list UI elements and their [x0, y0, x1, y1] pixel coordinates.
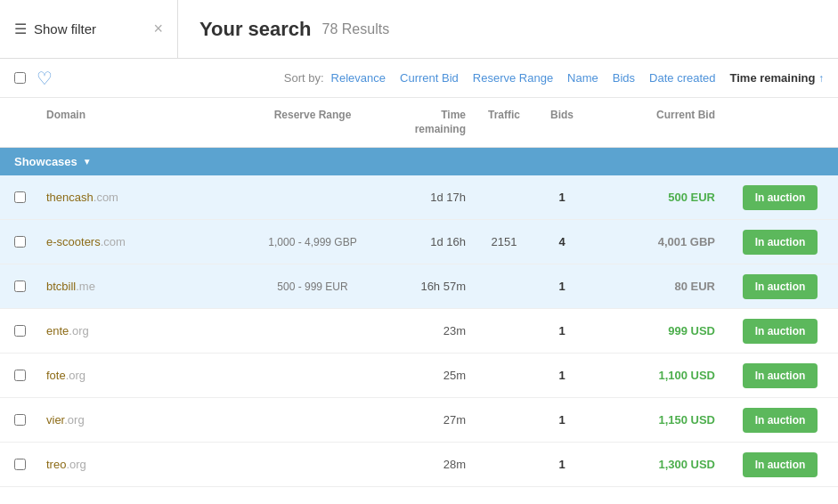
domain-link[interactable]: ente.org — [46, 324, 89, 337]
results-count: 78 Results — [322, 21, 390, 37]
row-time-remaining: 16h 57m — [384, 276, 473, 297]
in-auction-button[interactable]: In auction — [743, 319, 818, 344]
row-current-bid: 1,300 USD — [589, 454, 722, 475]
row-reserve-range — [241, 461, 384, 468]
row-traffic: 2151 — [473, 232, 535, 252]
row-checkbox[interactable] — [0, 459, 39, 470]
domain-link[interactable]: fote.org — [46, 369, 85, 382]
column-headers: Domain Reserve Range Time remaining Traf… — [0, 98, 838, 148]
row-checkbox[interactable] — [0, 191, 39, 203]
sort-date-created[interactable]: Date created — [649, 71, 715, 85]
row-domain: btcbill.me — [39, 272, 241, 300]
row-domain: thencash.com — [39, 183, 241, 211]
select-all-checkbox[interactable] — [14, 72, 26, 84]
row-bids: 1 — [535, 187, 589, 207]
row-action: In auction — [722, 404, 838, 436]
sort-reserve-range[interactable]: Reserve Range — [473, 71, 553, 85]
row-reserve-range — [241, 328, 384, 335]
row-action: In auction — [722, 315, 838, 347]
in-auction-button[interactable]: In auction — [743, 230, 818, 255]
row-bids: 1 — [535, 365, 589, 386]
row-checkbox[interactable] — [0, 414, 39, 426]
sort-bar: ♡ Sort by: Relevance Current Bid Reserve… — [0, 59, 838, 98]
favorites-icon[interactable]: ♡ — [37, 68, 53, 89]
in-auction-button[interactable]: In auction — [743, 185, 818, 210]
row-select-checkbox[interactable] — [14, 414, 26, 426]
row-reserve-range — [241, 194, 384, 201]
row-reserve-range: 1,000 - 4,999 GBP — [241, 232, 384, 252]
in-auction-button[interactable]: In auction — [743, 452, 818, 477]
in-auction-button[interactable]: In auction — [743, 363, 818, 388]
col-bids-header: Bids — [535, 105, 589, 140]
row-select-checkbox[interactable] — [14, 370, 26, 381]
row-current-bid: 4,001 GBP — [589, 232, 722, 252]
row-bids: 4 — [535, 232, 589, 252]
row-select-checkbox[interactable] — [14, 236, 26, 248]
row-bids: 1 — [535, 276, 589, 297]
domain-link[interactable]: vier.org — [46, 413, 85, 427]
row-checkbox[interactable] — [0, 280, 39, 292]
row-time-remaining: 27m — [384, 410, 473, 430]
in-auction-button[interactable]: In auction — [743, 274, 818, 299]
row-current-bid: 1,100 USD — [589, 365, 722, 386]
sort-time-remaining[interactable]: Time remaining ↑ — [730, 71, 824, 85]
close-filter-icon[interactable]: × — [153, 20, 163, 38]
row-reserve-range: 500 - 999 EUR — [241, 277, 384, 297]
row-select-checkbox[interactable] — [14, 325, 26, 337]
showcases-section-header: Showcases ▼ — [0, 148, 838, 175]
domain-link[interactable]: thencash.com — [46, 191, 118, 204]
domain-ext: .org — [66, 458, 85, 471]
row-select-checkbox[interactable] — [14, 459, 26, 470]
row-bids: 1 — [535, 321, 589, 341]
domain-ext: .me — [76, 280, 95, 293]
row-reserve-range — [241, 417, 384, 424]
row-traffic — [473, 194, 535, 201]
domain-link[interactable]: treo.org — [46, 458, 86, 471]
top-bar: ☰ Show filter × Your search 78 Results — [0, 0, 838, 59]
showcases-chevron-icon: ▼ — [83, 157, 92, 167]
domain-ext: .com — [101, 235, 126, 248]
row-action: In auction — [722, 449, 838, 481]
sort-bids[interactable]: Bids — [613, 71, 635, 85]
row-checkbox[interactable] — [0, 325, 39, 337]
domain-ext: .org — [66, 369, 85, 382]
sort-current-bid[interactable]: Current Bid — [400, 71, 459, 85]
row-domain: vier.org — [39, 406, 241, 434]
sort-relevance[interactable]: Relevance — [331, 71, 386, 85]
row-current-bid: 500 EUR — [589, 187, 722, 207]
row-time-remaining: 25m — [384, 365, 473, 386]
domain-ext: .org — [69, 324, 88, 337]
in-auction-button[interactable]: In auction — [743, 408, 818, 433]
row-domain: ente.org — [39, 317, 241, 345]
col-checkbox-header — [0, 105, 39, 140]
domain-ext: .org — [64, 413, 84, 427]
table-row: thencash.com 1d 17h 1 500 EUR In auction — [0, 175, 838, 220]
row-action: In auction — [722, 360, 838, 392]
row-current-bid: 999 USD — [589, 321, 722, 341]
row-action: In auction — [722, 182, 838, 214]
table-row: vier.org 27m 1 1,150 USD In auction — [0, 398, 838, 443]
domain-link[interactable]: btcbill.me — [46, 280, 95, 293]
domain-ext: .com — [94, 191, 118, 204]
row-traffic — [473, 372, 535, 379]
row-traffic — [473, 417, 535, 424]
row-checkbox[interactable] — [0, 236, 39, 248]
search-title-area: Your search 78 Results — [178, 0, 411, 58]
col-domain-header: Domain — [39, 105, 241, 140]
filter-label: Show filter — [34, 21, 96, 37]
show-filter-button[interactable]: ☰ Show filter × — [0, 0, 178, 58]
col-current-bid-header: Current Bid — [589, 105, 722, 140]
row-checkbox[interactable] — [0, 370, 39, 381]
domain-link[interactable]: e-scooters.com — [46, 235, 126, 248]
row-select-checkbox[interactable] — [14, 191, 26, 203]
sort-name[interactable]: Name — [567, 71, 598, 85]
row-select-checkbox[interactable] — [14, 280, 26, 292]
row-traffic — [473, 328, 535, 335]
table-row: e-scooters.com 1,000 - 4,999 GBP 1d 16h … — [0, 220, 838, 264]
col-reserve-header: Reserve Range — [241, 105, 384, 140]
showcases-label: Showcases — [14, 155, 77, 168]
row-reserve-range — [241, 372, 384, 379]
sort-arrow-icon: ↑ — [818, 72, 824, 85]
search-title: Your search — [199, 18, 312, 41]
sort-by-label: Sort by: — [284, 71, 324, 85]
